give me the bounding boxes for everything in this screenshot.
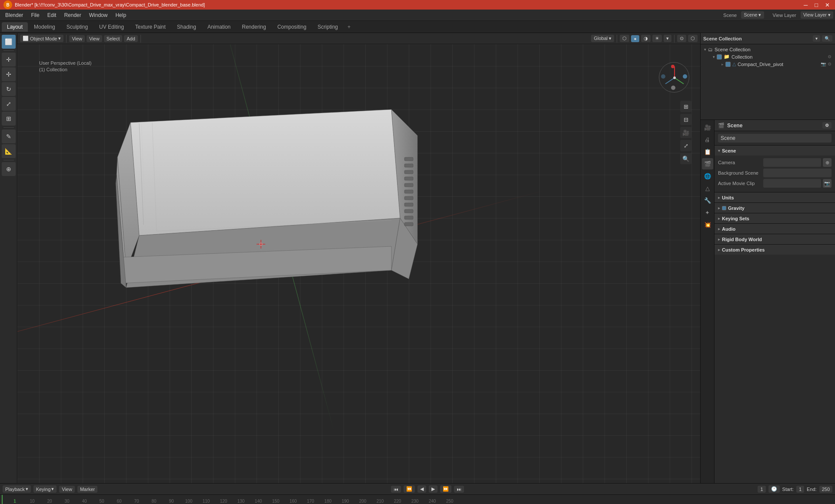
menu-blender[interactable]: Blender — [2, 11, 27, 19]
collection-visibility[interactable] — [717, 54, 722, 60]
movie-clip-picker[interactable]: 📷 — [823, 179, 832, 188]
minimize-button[interactable]: ─ — [802, 2, 809, 8]
units-section-arrow: ▸ — [718, 196, 720, 200]
menu-edit[interactable]: Edit — [44, 11, 60, 19]
overlay-toggle[interactable]: ⊙ — [677, 35, 686, 42]
outliner-scene-collection[interactable]: ▾ 🗂 Scene Collection — [701, 46, 835, 53]
tab-shading[interactable]: Shading — [172, 22, 201, 32]
view-menu-timeline[interactable]: View — [59, 486, 75, 493]
menu-file[interactable]: File — [27, 11, 43, 19]
section-header-units[interactable]: ▸ Units — [715, 192, 835, 202]
props-options-button[interactable]: ⚙ — [822, 122, 832, 129]
zoom-in-button[interactable]: ⊞ — [680, 101, 691, 112]
tab-compositing[interactable]: Compositing — [272, 22, 312, 32]
tool-cursor[interactable]: ✛ — [2, 53, 16, 66]
outliner-content: ▾ 🗂 Scene Collection ▾ 📁 Collection ⚙ — [701, 44, 835, 119]
viewport-shading-solid[interactable]: ● — [631, 35, 639, 42]
object-menu[interactable]: Add — [124, 35, 138, 42]
end-frame[interactable]: 250 — [819, 486, 832, 493]
marker-menu[interactable]: Marker — [77, 486, 97, 493]
tab-layout[interactable]: Layout — [2, 22, 28, 32]
prop-tab-render[interactable]: 🎥 — [702, 122, 713, 133]
section-header-gravity[interactable]: ▸ Gravity — [715, 202, 835, 213]
tool-transform[interactable]: ⊞ — [2, 112, 16, 126]
zoom-out-button[interactable]: ⊟ — [680, 114, 691, 125]
section-header-rigid-body[interactable]: ▸ Rigid Body World — [715, 234, 835, 244]
tool-rotate[interactable]: ↻ — [2, 82, 16, 96]
prev-frame-button[interactable]: ⏪ — [404, 485, 415, 493]
tab-modeling[interactable]: Modeling — [29, 22, 60, 32]
menu-window[interactable]: Window — [86, 11, 111, 19]
drive-visibility[interactable] — [725, 62, 731, 67]
add-workspace-button[interactable]: + — [344, 22, 354, 32]
view-menu[interactable]: View — [69, 35, 85, 42]
background-scene-label: Background Scene — [718, 170, 762, 176]
section-header-custom-props[interactable]: ▸ Custom Properties — [715, 244, 835, 255]
current-frame[interactable]: 1 — [758, 486, 765, 493]
prop-tab-view-layer[interactable]: 📋 — [702, 146, 713, 157]
start-frame[interactable]: 1 — [796, 486, 804, 493]
outliner-search-button[interactable]: 🔍 — [822, 35, 832, 42]
menu-render[interactable]: Render — [60, 11, 84, 19]
playback-menu[interactable]: Playback ▾ — [3, 485, 31, 493]
prop-tab-scene[interactable]: 🎬 — [702, 158, 713, 169]
navigation-gizmo[interactable] — [657, 60, 691, 95]
section-header-audio[interactable]: ▸ Audio — [715, 223, 835, 234]
tab-animation[interactable]: Animation — [202, 22, 236, 32]
properties-icon-tabs: 🎥 🖨 📋 🎬 🌐 △ 🔧 ✦ 💥 — [701, 120, 715, 483]
next-frame-button[interactable]: ⏩ — [440, 485, 451, 493]
timeline-strip[interactable]: 1 10 20 30 40 50 60 70 80 90 100 110 120… — [0, 494, 835, 504]
prop-tab-world[interactable]: 🌐 — [702, 170, 713, 182]
section-header-scene[interactable]: ▾ Scene — [715, 145, 835, 156]
viewport-options[interactable]: ▾ — [664, 35, 671, 42]
outliner-drive-object[interactable]: ▸ △ Compact_Drive_pivot 📷 ⚙ — [701, 60, 835, 68]
tool-annotate[interactable]: ✎ — [2, 129, 16, 143]
prop-tab-particles[interactable]: ✦ — [702, 207, 713, 218]
prop-tab-physics[interactable]: 💥 — [702, 219, 713, 230]
xray-toggle[interactable]: ⬡ — [688, 35, 698, 42]
active-movie-clip-value[interactable] — [763, 179, 821, 188]
tab-rendering[interactable]: Rendering — [237, 22, 271, 32]
play-reverse-button[interactable]: ◀ — [418, 485, 426, 493]
tab-texture-paint[interactable]: Texture Paint — [130, 22, 171, 32]
section-header-keying-sets[interactable]: ▸ Keying Sets — [715, 213, 835, 223]
view-layer-selector[interactable]: View Layer ▾ — [801, 11, 833, 19]
outliner-filter-button[interactable]: ▾ — [813, 35, 820, 42]
viewport[interactable]: ⬜ Object Mode ▾ View View Select Add Glo… — [17, 33, 700, 483]
view-camera-button[interactable]: 🎥 — [680, 127, 691, 138]
menu-help[interactable]: Help — [112, 11, 130, 19]
outliner-collection[interactable]: ▾ 📁 Collection ⚙ — [701, 53, 835, 60]
play-button[interactable]: ▶ — [429, 485, 438, 493]
select-menu[interactable]: View — [87, 35, 102, 42]
camera-picker[interactable]: ⊕ — [823, 158, 832, 167]
prop-tab-output[interactable]: 🖨 — [702, 134, 713, 145]
background-scene-value[interactable] — [763, 169, 832, 177]
add-menu[interactable]: Select — [104, 35, 123, 42]
scene-selector[interactable]: Scene ▾ — [741, 11, 764, 19]
scene-name-input[interactable]: Scene — [718, 134, 832, 143]
tab-scripting[interactable]: Scripting — [312, 22, 343, 32]
tool-add[interactable]: ⊕ — [2, 162, 16, 176]
keying-menu[interactable]: Keying ▾ — [33, 485, 57, 493]
tab-uv-editing[interactable]: UV Editing — [94, 22, 129, 32]
prop-tab-modifier[interactable]: 🔧 — [702, 195, 713, 206]
gravity-enabled[interactable] — [722, 206, 726, 210]
tool-scale[interactable]: ⤢ — [2, 97, 16, 111]
viewport-shading-lookdev[interactable]: ◑ — [641, 35, 651, 42]
camera-value[interactable] — [763, 158, 821, 167]
viewport-shading-wire[interactable]: ⬡ — [620, 35, 629, 42]
object-mode-selector[interactable]: ⬜ Object Mode ▾ — [20, 35, 63, 42]
view-all-button[interactable]: ⤢ — [680, 140, 691, 151]
maximize-button[interactable]: □ — [813, 2, 820, 8]
tool-move[interactable]: ✢ — [2, 67, 16, 81]
tool-select[interactable]: ⬜ — [2, 35, 16, 49]
close-button[interactable]: ✕ — [823, 2, 832, 8]
tab-sculpting[interactable]: Sculpting — [61, 22, 93, 32]
prop-tab-object[interactable]: △ — [702, 182, 713, 194]
jump-start-button[interactable]: ⏮ — [391, 486, 401, 493]
jump-end-button[interactable]: ⏭ — [454, 486, 464, 493]
global-selector[interactable]: Global ▾ — [591, 35, 614, 42]
local-view-button[interactable]: 🔍 — [680, 153, 691, 164]
viewport-shading-rendered[interactable]: ☀ — [652, 35, 662, 42]
tool-measure[interactable]: 📐 — [2, 144, 16, 158]
